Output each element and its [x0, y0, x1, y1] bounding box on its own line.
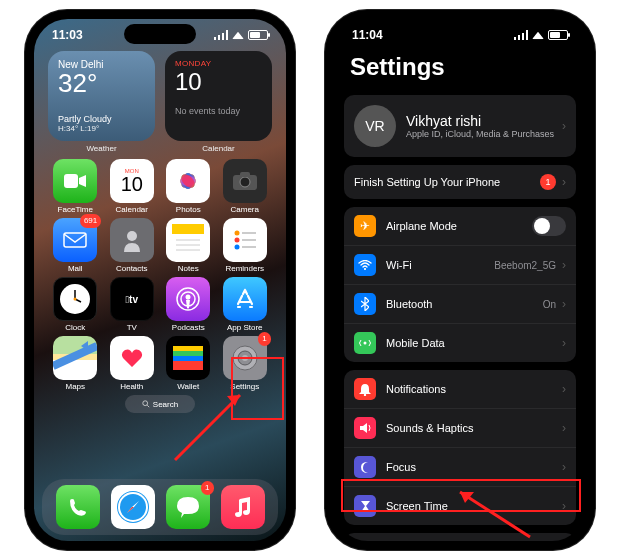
dynamic-island: [424, 24, 496, 44]
dock-messages[interactable]: 1: [166, 485, 210, 529]
svg-point-46: [364, 342, 367, 345]
app-calendar[interactable]: MON10Calendar: [105, 159, 160, 214]
signal-icon: [214, 30, 228, 40]
notes-icon: [166, 218, 210, 262]
app-wallet[interactable]: Wallet: [161, 336, 216, 391]
weather-widget[interactable]: New Delhi 32° Partly Cloudy H:34° L:19°: [48, 51, 155, 141]
svg-point-45: [364, 268, 366, 270]
app-tv[interactable]: tvTV: [105, 277, 160, 332]
svg-point-21: [234, 245, 239, 250]
reminders-icon: [223, 218, 267, 262]
avatar: VR: [354, 105, 396, 147]
mobile-data-icon: [354, 332, 376, 354]
weather-label: Weather: [48, 144, 155, 153]
row-airplane[interactable]: ✈ Airplane Mode: [344, 207, 576, 245]
page-title: Settings: [334, 45, 586, 87]
facetime-icon: [53, 159, 97, 203]
sounds-icon: [354, 417, 376, 439]
dock-phone[interactable]: [56, 485, 100, 529]
app-appstore[interactable]: App Store: [218, 277, 273, 332]
dock-safari[interactable]: [111, 485, 155, 529]
mail-badge: 691: [80, 214, 101, 228]
airplane-icon: ✈: [354, 215, 376, 237]
wifi-icon: [354, 254, 376, 276]
airplane-toggle[interactable]: [532, 216, 566, 236]
focus-icon: [354, 456, 376, 478]
row-screen-time[interactable]: Screen Time ›: [344, 486, 576, 525]
svg-point-14: [127, 231, 137, 241]
tv-icon: tv: [110, 277, 154, 321]
svg-line-40: [147, 405, 149, 407]
calendar-day: MONDAY: [175, 59, 262, 68]
wifi-icon: [532, 31, 544, 39]
dock-music[interactable]: [221, 485, 265, 529]
dock: 1: [42, 479, 278, 535]
notifications-icon: [354, 378, 376, 400]
row-finish-setup[interactable]: Finish Setting Up Your iPhone 1 ›: [344, 165, 576, 199]
app-camera[interactable]: Camera: [218, 159, 273, 214]
screen-time-icon: [354, 495, 376, 517]
svg-point-47: [364, 393, 366, 395]
row-notifications[interactable]: Notifications ›: [344, 370, 576, 408]
bluetooth-value: On: [543, 299, 556, 310]
row-wifi[interactable]: Wi-Fi Beebom2_5G ›: [344, 245, 576, 284]
battery-icon: [548, 30, 568, 40]
iphone-home: 11:03 New Delhi 32° Partly Cloudy H:34° …: [25, 10, 295, 550]
row-focus[interactable]: Focus ›: [344, 447, 576, 486]
chevron-right-icon: ›: [562, 297, 566, 311]
app-health[interactable]: Health: [105, 336, 160, 391]
app-podcasts[interactable]: Podcasts: [161, 277, 216, 332]
svg-rect-35: [173, 361, 203, 370]
dynamic-island: [124, 24, 196, 44]
app-maps[interactable]: Maps: [48, 336, 103, 391]
calendar-icon: MON10: [110, 159, 154, 203]
row-mobile-data[interactable]: Mobile Data ›: [344, 323, 576, 362]
photos-icon: [166, 159, 210, 203]
app-notes[interactable]: Notes: [161, 218, 216, 273]
weather-hilo: H:34° L:19°: [58, 124, 145, 133]
svg-point-28: [74, 298, 77, 301]
bluetooth-icon: [354, 293, 376, 315]
app-mail[interactable]: 691Mail: [48, 218, 103, 273]
profile-sub: Apple ID, iCloud, Media & Purchases: [406, 129, 562, 139]
row-sounds[interactable]: Sounds & Haptics ›: [344, 408, 576, 447]
app-reminders[interactable]: Reminders: [218, 218, 273, 273]
search-pill[interactable]: Search: [125, 395, 195, 413]
mail-icon: 691: [53, 218, 97, 262]
battery-icon: [248, 30, 268, 40]
search-icon: [142, 400, 150, 408]
profile-row[interactable]: VR Vikhyat rishi Apple ID, iCloud, Media…: [344, 95, 576, 157]
calendar-widget[interactable]: MONDAY 10 No events today: [165, 51, 272, 141]
wifi-value: Beebom2_5G: [494, 260, 556, 271]
weather-temp: 32°: [58, 70, 145, 96]
maps-icon: [53, 336, 97, 380]
calendar-events: No events today: [175, 106, 262, 116]
chevron-right-icon: ›: [562, 382, 566, 396]
app-clock[interactable]: Clock: [48, 277, 103, 332]
health-icon: [110, 336, 154, 380]
wallet-icon: [166, 336, 210, 380]
settings-badge: 1: [258, 332, 270, 346]
signal-icon: [514, 30, 528, 40]
svg-rect-11: [240, 172, 250, 177]
calendar-label: Calendar: [165, 144, 272, 153]
app-settings[interactable]: 1Settings: [218, 336, 273, 391]
weather-condition: Partly Cloudy: [58, 114, 145, 124]
svg-rect-15: [172, 224, 204, 234]
status-time: 11:03: [52, 28, 83, 42]
camera-icon: [223, 159, 267, 203]
svg-point-20: [234, 238, 239, 243]
svg-point-31: [186, 295, 191, 300]
chevron-right-icon: ›: [562, 175, 566, 189]
row-general[interactable]: General ›: [344, 533, 576, 541]
contacts-icon: [110, 218, 154, 262]
app-facetime[interactable]: FaceTime: [48, 159, 103, 214]
profile-name: Vikhyat rishi: [406, 113, 562, 129]
podcasts-icon: [166, 277, 210, 321]
app-contacts[interactable]: Contacts: [105, 218, 160, 273]
chevron-right-icon: ›: [562, 119, 566, 133]
app-photos[interactable]: Photos: [161, 159, 216, 214]
finish-badge: 1: [540, 174, 556, 190]
row-bluetooth[interactable]: Bluetooth On ›: [344, 284, 576, 323]
svg-point-39: [143, 401, 148, 406]
